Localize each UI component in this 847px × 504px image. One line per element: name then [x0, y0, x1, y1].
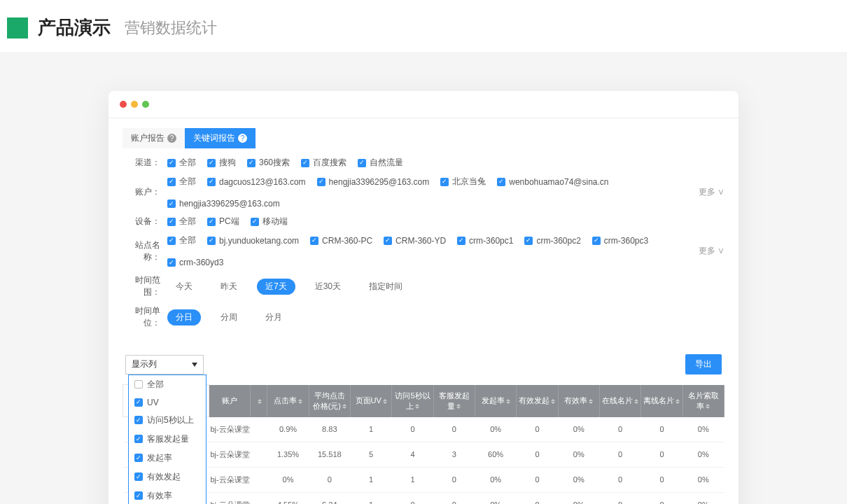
table-header-cell[interactable]: 点击率: [267, 385, 309, 417]
table-cell: 0: [517, 417, 558, 442]
table-cell: 0: [641, 442, 682, 467]
filter-option[interactable]: hengjia3396295@163.com: [317, 177, 430, 187]
filter-option-label: 百度搜索: [313, 157, 346, 169]
table-row[interactable]: bj-云朵课堂0%01100%00%000%: [123, 467, 724, 492]
pill-option[interactable]: 分日: [167, 309, 201, 326]
app-window: 账户报告 ? 关键词报告 ? 渠道：全部搜狗360搜索百度搜索自然流量账户：全部…: [108, 91, 738, 504]
table-cell: 0%: [475, 467, 516, 492]
column-dropdown[interactable]: 全部UV访问5秒以上客服发起量发起率有效发起有效率在线名片离线名片名片索取率有效…: [128, 374, 206, 505]
pill-option[interactable]: 近7天: [257, 279, 295, 295]
table-header-cell[interactable]: 在线名片: [599, 385, 640, 417]
column-option[interactable]: 客服发起量: [129, 430, 206, 449]
table-header-cell[interactable]: [251, 385, 267, 417]
export-button[interactable]: 导出: [685, 354, 722, 374]
filter-option[interactable]: wenbohuamao74@sina.cn: [497, 177, 608, 187]
sort-icon[interactable]: [589, 399, 593, 404]
tab-keyword-report[interactable]: 关键词报告 ?: [185, 128, 255, 148]
minimize-icon[interactable]: [131, 101, 138, 108]
column-option[interactable]: 有效发起: [129, 468, 206, 486]
table-header-cell[interactable]: 离线名片: [641, 385, 682, 417]
filter-option[interactable]: dagcuos123@163.com: [207, 177, 306, 187]
filter-option[interactable]: crm-360yd3: [167, 258, 223, 267]
sort-icon[interactable]: [676, 399, 680, 404]
maximize-icon[interactable]: [142, 101, 149, 108]
sort-icon[interactable]: [506, 399, 510, 404]
table-header-cell[interactable]: 平均点击价格(元): [309, 385, 350, 417]
sort-icon[interactable]: [258, 399, 262, 404]
filter-option[interactable]: crm-360pc2: [524, 236, 580, 246]
table-cell: 1: [350, 417, 391, 442]
sort-icon[interactable]: [706, 404, 710, 409]
filter-option[interactable]: 全部: [167, 234, 196, 246]
filter-option[interactable]: 百度搜索: [301, 157, 346, 169]
more-toggle[interactable]: 更多 ∨: [699, 186, 724, 198]
table-header-cell[interactable]: 名片索取率: [682, 385, 724, 417]
column-option[interactable]: 有效率: [129, 486, 206, 505]
sort-icon[interactable]: [298, 399, 302, 404]
table-header-cell[interactable]: 发起率: [475, 385, 516, 417]
table-cell: 4.55%: [267, 492, 309, 504]
header-label: 发起率: [482, 396, 505, 405]
table-row[interactable]: bj-云朵课堂4.55%6.241000%00%000%: [123, 492, 724, 504]
tab-account-report[interactable]: 账户报告 ?: [122, 128, 185, 148]
pill-option[interactable]: 昨天: [212, 279, 246, 295]
pill-option[interactable]: 分月: [257, 309, 290, 326]
checkbox-icon: [167, 159, 176, 167]
checkbox-icon: [497, 178, 505, 186]
table-header-cell[interactable]: 访问5秒以上: [392, 385, 433, 417]
table-header-cell[interactable]: 有效率: [558, 385, 599, 417]
filter-option[interactable]: PC端: [207, 216, 239, 227]
filter-option[interactable]: crm-360pc1: [457, 236, 513, 246]
help-icon[interactable]: ?: [167, 134, 176, 143]
table-row[interactable]: bj-云朵课堂1.35%15.51854360%00%000%: [123, 442, 724, 467]
checkbox-icon: [207, 237, 216, 245]
filter-option[interactable]: hengjia3396295@163.com: [167, 199, 280, 209]
sort-icon[interactable]: [383, 399, 387, 404]
column-option-label: 全部: [147, 379, 164, 391]
filter-option[interactable]: CRM-360-PC: [310, 236, 372, 246]
filter-option[interactable]: 全部: [167, 157, 196, 169]
filter-option-label: CRM-360-YD: [396, 236, 446, 246]
pill-option[interactable]: 近30天: [307, 279, 349, 295]
column-option-label: 客服发起量: [147, 433, 189, 445]
filter-option[interactable]: 360搜索: [247, 157, 290, 169]
column-option-label: 发起率: [147, 452, 172, 464]
filter-option[interactable]: 移动端: [251, 216, 288, 227]
checkbox-icon: [207, 159, 216, 167]
close-icon[interactable]: [120, 101, 127, 108]
filter-option[interactable]: 全部: [167, 216, 196, 227]
sort-icon[interactable]: [342, 404, 346, 409]
pill-option[interactable]: 今天: [167, 279, 201, 295]
checkbox-icon: [207, 178, 216, 186]
sort-icon[interactable]: [456, 404, 461, 409]
filter-option[interactable]: 自然流量: [358, 157, 403, 169]
table-row[interactable]: bj-云朵课堂0.9%8.831000%00%000%: [123, 417, 724, 442]
help-icon[interactable]: ?: [238, 134, 247, 143]
filter-option[interactable]: 北京当兔: [440, 176, 486, 188]
column-option[interactable]: 访问5秒以上: [129, 411, 206, 430]
window-controls: [108, 91, 738, 118]
filter-option[interactable]: 全部: [167, 176, 196, 188]
table-cell: 0: [641, 492, 682, 504]
page-header: 产品演示 营销数据统计: [0, 0, 847, 53]
filter-option[interactable]: CRM-360-YD: [384, 236, 446, 246]
filter-option[interactable]: crm-360pc3: [592, 236, 648, 246]
table-header-cell[interactable]: 页面UV: [350, 385, 391, 417]
filter-option[interactable]: bj.yunduoketang.com: [207, 236, 299, 246]
column-option[interactable]: 全部: [129, 375, 206, 394]
table-header-cell[interactable]: 有效发起: [517, 385, 558, 417]
pill-option[interactable]: 分周: [212, 309, 246, 326]
pill-option[interactable]: 指定时间: [360, 279, 411, 295]
sort-icon[interactable]: [415, 404, 419, 409]
filter-option-label: 全部: [179, 157, 196, 169]
column-option[interactable]: 发起率: [129, 449, 206, 468]
filter-option[interactable]: 搜狗: [207, 157, 236, 169]
column-option[interactable]: UV: [129, 394, 206, 411]
table-header-cell[interactable]: 账户: [209, 385, 251, 417]
column-select[interactable]: 显示列: [125, 355, 204, 374]
sort-icon[interactable]: [634, 399, 638, 404]
table-header-cell[interactable]: 客服发起量: [433, 385, 475, 417]
more-toggle[interactable]: 更多 ∨: [699, 245, 724, 257]
table-cell: 0%: [682, 467, 724, 492]
sort-icon[interactable]: [551, 399, 555, 404]
